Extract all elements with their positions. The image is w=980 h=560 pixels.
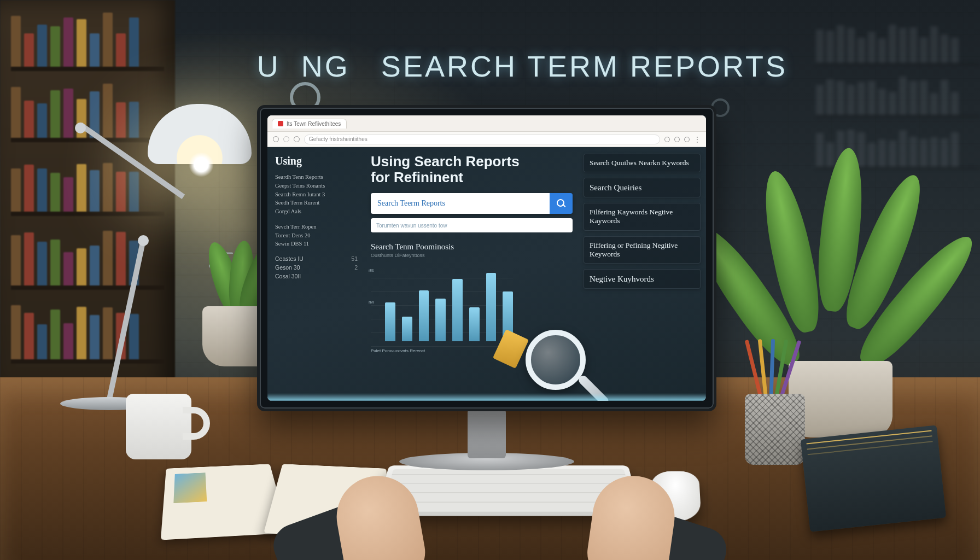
chart-bar	[452, 279, 463, 341]
chart-bar	[469, 307, 480, 341]
search-button[interactable]	[550, 193, 573, 214]
main-panel: Using Search Reports for Refininent	[363, 147, 580, 401]
toolbar-icon[interactable]	[664, 137, 670, 142]
sidebar-item[interactable]: Gorgd Aals	[275, 207, 358, 216]
search-icon	[557, 199, 565, 208]
scene: U NG SEARCH TERM REPORTS FOR REFIN MENT	[0, 0, 980, 560]
app-content: Using Seardh Tenn Reports Geepst Teins R…	[267, 147, 706, 401]
chart-bar	[486, 273, 497, 341]
sidebar-item[interactable]: Sewin DBS 11	[275, 240, 358, 248]
sidebar-item[interactable]: Seedh Term Rurent	[275, 199, 358, 207]
url-text: Gefacty fristrsheintiithes	[309, 136, 368, 142]
topic-card[interactable]: Negtive Kuyhvords	[584, 269, 701, 289]
sidebar-group-a: Seardh Tenn Reports Geepst Teins Ronants…	[275, 173, 358, 216]
sidebar-group-b: Sevch Terr Ropen Torent Dens 20 Sewin DB…	[275, 223, 358, 248]
section-heading: Search Tenm Poominosis	[371, 242, 573, 252]
topic-card[interactable]: Fiffering or Pefining Negitive Keywords	[584, 236, 701, 264]
sidebar: Using Seardh Tenn Reports Geepst Teins R…	[267, 147, 363, 401]
sidebar-item[interactable]: Searzh Remn Iutant 3	[275, 190, 358, 199]
chart-bars	[385, 270, 513, 341]
chart-ylabel: rttt	[369, 268, 374, 273]
screen: Its Tewn Refiivethitees Gefacty fristrsh…	[267, 115, 706, 401]
right-column: Search Quuilws Nearkn Kywords Search Que…	[580, 147, 706, 401]
sidebar-stat-row: Cosal 30II	[275, 272, 358, 281]
magnifying-glass-graphic	[526, 330, 586, 390]
closed-notebook	[801, 425, 946, 532]
section-subtext: Ousthunts DiFateynttoss	[371, 253, 573, 258]
menu-icon[interactable]: ⋮	[694, 136, 701, 143]
sidebar-stat-row: Ceastes IU 51	[275, 255, 358, 264]
large-plant	[707, 137, 958, 443]
pencil-cup	[745, 394, 805, 465]
toolbar-icon[interactable]	[674, 137, 680, 142]
screen-glow	[267, 393, 706, 401]
forward-icon[interactable]	[283, 136, 289, 142]
chart-ylabel: rM	[369, 300, 374, 305]
browser-address-bar: Gefacty fristrsheintiithes ⋮	[267, 132, 706, 147]
bar-chart: rttt rM Pulet Porovucovnts Rerenct	[371, 265, 513, 347]
sub-search-bar	[371, 218, 573, 232]
sub-search-input[interactable]	[371, 223, 573, 229]
chart-bar	[385, 302, 395, 342]
sidebar-item[interactable]: Seardh Tenn Reports	[275, 173, 358, 182]
topic-card[interactable]: Search Queiries	[584, 178, 701, 197]
monitor: Its Tewn Refiivethitees Gefacty fristrsh…	[257, 105, 716, 411]
topic-card[interactable]: Filfering Kaywords Negtive Kaywords	[584, 203, 701, 230]
chart-footer: Pulet Porovucovnts Rerenct	[371, 348, 513, 353]
sidebar-stat-row: Geson 30 2	[275, 264, 358, 272]
sidebar-item[interactable]: Torent Dens 20	[275, 231, 358, 240]
browser-tab[interactable]: Its Tewn Refiivethitees	[272, 119, 347, 129]
reload-icon[interactable]	[294, 136, 300, 142]
sidebar-heading: Using	[275, 155, 358, 167]
search-bar	[371, 193, 573, 214]
toolbar-icon[interactable]	[684, 137, 690, 142]
chart-bar	[402, 317, 412, 342]
sidebar-stats: Ceastes IU 51 Geson 30 2 Cosal 30II	[275, 255, 358, 281]
page-title: Using Search Reports for Refininent	[371, 154, 573, 185]
topic-card[interactable]: Search Quuilws Nearkn Kywords	[584, 154, 701, 172]
monitor-bezel: Its Tewn Refiivethitees Gefacty fristrsh…	[257, 105, 716, 411]
background-title-line1: U NG SEARCH TERM REPORTS	[257, 50, 788, 83]
chart-bar	[419, 290, 429, 342]
browser-tabstrip: Its Tewn Refiivethitees	[267, 115, 706, 132]
tab-title: Its Tewn Refiivethitees	[287, 121, 341, 127]
sidebar-item[interactable]: Geepst Teins Ronants	[275, 182, 358, 190]
search-input[interactable]	[371, 193, 550, 214]
magnifier-lens-icon	[526, 330, 586, 390]
back-icon[interactable]	[273, 136, 279, 142]
url-input[interactable]: Gefacty fristrsheintiithes	[304, 135, 660, 144]
sidebar-item[interactable]: Sevch Terr Ropen	[275, 223, 358, 231]
chart-bar	[435, 299, 446, 341]
monitor-stand-neck	[468, 409, 506, 458]
favicon-icon	[278, 121, 283, 126]
